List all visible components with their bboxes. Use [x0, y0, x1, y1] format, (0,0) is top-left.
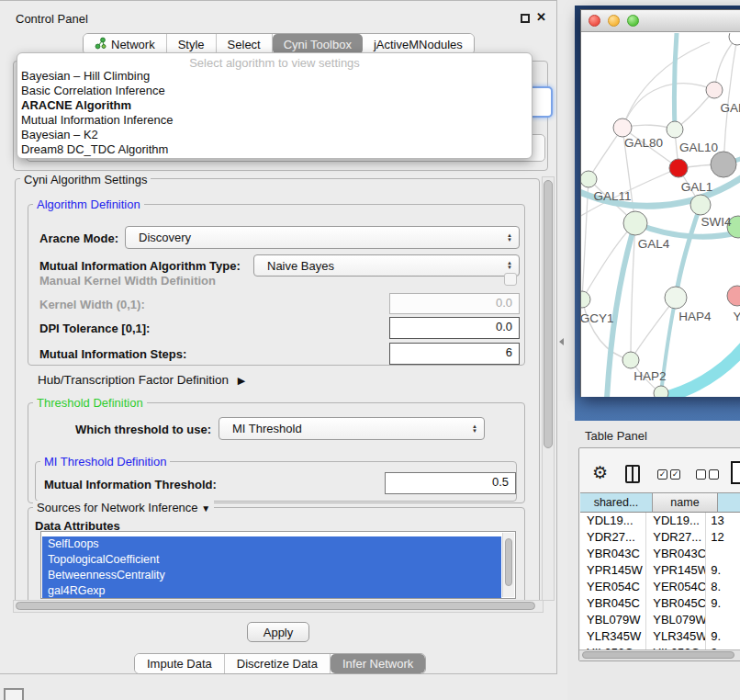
network-node-gal4[interactable] — [623, 211, 647, 235]
network-node-gal80[interactable] — [613, 119, 632, 137]
network-node-gal11[interactable] — [581, 171, 597, 187]
network-node[interactable] — [654, 386, 668, 397]
list-scrollbar[interactable] — [502, 533, 514, 597]
combo-value: MI Threshold — [232, 422, 302, 435]
network-node-hap4[interactable] — [665, 287, 687, 309]
settings-hscrollbar-thumb[interactable] — [16, 602, 535, 610]
dropdown-item[interactable]: Dream8 DC_TDC Algorithm — [17, 142, 532, 157]
list-item[interactable]: BetweennessCentrality — [42, 568, 501, 583]
show-columns-icon[interactable] — [625, 465, 640, 483]
network-node[interactable] — [729, 33, 740, 45]
tab-label: Select — [228, 38, 261, 51]
list-item[interactable]: gal4RGexp — [42, 583, 501, 599]
network-node-gal10[interactable] — [667, 121, 683, 138]
apply-button[interactable]: Apply — [247, 622, 309, 642]
combo-stepper-icon: ▲▼ — [472, 424, 477, 434]
tab-discretize-data[interactable]: Discretize Data — [225, 654, 331, 673]
network-window-titlebar[interactable] — [581, 10, 740, 32]
dropdown-item[interactable]: Bayesian – Hill Climbing — [17, 69, 532, 84]
document-icon[interactable] — [731, 461, 740, 484]
mi-algorithm-type-combobox[interactable]: Naive Bayes ▲▼ — [253, 254, 520, 277]
dropdown-item[interactable]: Bayesian – K2 — [17, 128, 532, 142]
table-row[interactable]: YPR145WYPR145W9. — [580, 562, 740, 579]
list-item[interactable]: TopologicalCoefficient — [42, 552, 501, 568]
table-row[interactable]: YDR27...YDR27...12 — [580, 529, 740, 546]
checkbox-unchecked-icon[interactable] — [696, 469, 706, 480]
checkbox-unchecked-icon[interactable] — [709, 469, 719, 480]
list-item[interactable]: SelfLoops — [42, 536, 501, 552]
mi-steps-field[interactable]: 6 — [389, 343, 520, 365]
minimize-traffic-light-icon[interactable] — [608, 15, 620, 27]
node-label: Y — [733, 310, 740, 323]
hub-definition-toggle[interactable]: Hub/Transcription Factor Definition ▶ — [38, 373, 245, 387]
table-row[interactable]: YER054CYER054C8. — [580, 579, 740, 595]
column-header-shared[interactable]: shared... — [580, 492, 653, 513]
network-node[interactable] — [706, 82, 723, 98]
which-threshold-label: Which threshold to use: — [75, 423, 211, 436]
tab-label: jActiveMNodules — [374, 38, 463, 51]
tab-impute-data[interactable]: Impute Data — [135, 654, 225, 673]
network-node-selected-red[interactable] — [669, 159, 688, 177]
node-label: GAL1 — [681, 180, 713, 194]
node-table[interactable]: YDL19...YDL19...13 YDR27...YDR27...12 YB… — [580, 513, 740, 649]
tab-style[interactable]: Style — [167, 34, 217, 54]
dropdown-item[interactable]: Basic Correlation Inference — [17, 84, 532, 98]
node-label: GAL — [720, 101, 740, 115]
network-node-salmon[interactable] — [727, 286, 740, 306]
network-node-hap2[interactable] — [622, 352, 639, 368]
manual-kernel-checkbox[interactable] — [504, 273, 517, 286]
collapse-down-icon: ▼ — [201, 503, 210, 514]
aracne-mode-combobox[interactable]: Discovery ▲▼ — [125, 226, 520, 249]
table-panel-title: Table Panel — [585, 429, 647, 443]
kernel-width-field[interactable]: 0.0 — [389, 293, 520, 314]
minimized-panel-icon[interactable] — [4, 688, 24, 700]
combo-value: Naive Bayes — [267, 259, 334, 273]
settings-vscrollbar-thumb[interactable] — [544, 180, 553, 448]
table-row[interactable]: YBR043CYBR043C — [580, 546, 740, 562]
tab-cyni-toolbox[interactable]: Cyni Toolbox — [273, 34, 363, 54]
checkbox-checked-icon[interactable]: ✓ — [670, 469, 680, 480]
table-row[interactable]: YBR045CYBR045C9. — [580, 595, 740, 612]
tab-jactivemnodules[interactable]: jActiveMNodules — [363, 34, 474, 54]
which-threshold-combobox[interactable]: MI Threshold ▲▼ — [219, 417, 485, 440]
table-row[interactable]: YBL079WYBL079W — [580, 612, 740, 628]
node-label: GCY1 — [581, 311, 613, 325]
splitpane-handle-icon[interactable] — [559, 338, 564, 345]
sources-group-title[interactable]: Sources for Network Inference ▼ — [33, 501, 214, 514]
algorithm-definition-title: Algorithm Definition — [33, 198, 144, 211]
tab-network[interactable]: Network — [84, 34, 167, 54]
node-label: GAL11 — [593, 189, 631, 203]
tab-select[interactable]: Select — [217, 34, 273, 54]
close-traffic-light-icon[interactable] — [589, 15, 600, 27]
dpi-tolerance-field[interactable]: 0.0 — [389, 317, 520, 339]
network-node-gcy1[interactable] — [581, 291, 590, 308]
threshold-definition-title: Threshold Definition — [33, 396, 147, 410]
network-node-gray[interactable] — [711, 152, 736, 177]
algorithm-dropdown-popup: Select algorithm to view settings Bayesi… — [17, 52, 533, 159]
zoom-traffic-light-icon[interactable] — [627, 15, 639, 27]
tab-infer-network[interactable]: Infer Network — [331, 654, 425, 673]
gear-icon[interactable]: ⚙ — [592, 462, 608, 483]
list-scrollbar-thumb[interactable] — [505, 538, 512, 586]
mi-threshold-label: Mutual Information Threshold: — [44, 478, 217, 491]
data-attributes-list[interactable]: SelfLoops TopologicalCoefficient Between… — [40, 531, 516, 599]
mi-type-label: Mutual Information Algorithm Type: — [39, 259, 241, 273]
float-window-icon[interactable] — [521, 14, 530, 23]
dropdown-item[interactable]: Mutual Information Inference — [17, 113, 532, 128]
tab-label: Style — [178, 38, 205, 51]
column-header-clipped[interactable]: A — [718, 492, 740, 513]
table-hscrollbar-thumb[interactable] — [582, 651, 734, 659]
manual-kernel-label: Manual Kernel Width Definition — [39, 274, 216, 288]
network-node-gal1[interactable] — [690, 195, 711, 215]
mi-threshold-field[interactable]: 0.5 — [385, 472, 516, 494]
combo-stepper-icon: ▲▼ — [507, 233, 512, 243]
network-icon — [95, 37, 107, 52]
table-row[interactable]: YDL19...YDL19...13 — [580, 513, 740, 529]
dropdown-item-aracne[interactable]: ARACNE Algorithm — [17, 98, 532, 113]
expand-right-icon: ▶ — [238, 375, 245, 386]
network-canvas[interactable]: GAL GAL80 GAL10 GAL1 GAL11 SWI4 GAL4 GCY… — [581, 33, 740, 397]
close-icon[interactable]: ✕ — [536, 10, 546, 24]
table-row[interactable]: YLR345WYLR345W9. — [580, 628, 740, 645]
checkbox-checked-icon[interactable]: ✓ — [657, 469, 667, 480]
column-header-name[interactable]: name — [653, 492, 718, 513]
